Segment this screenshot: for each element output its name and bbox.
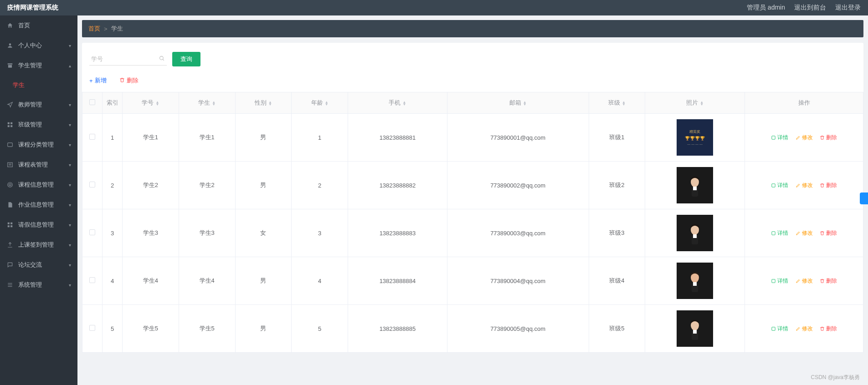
th-1: 索引 [103,92,123,114]
message-icon [6,141,14,148]
sidebar-item-4[interactable]: 班级管理▾ [0,115,77,135]
th-2[interactable]: 学号▲▼ [123,92,179,114]
home-icon [6,22,14,29]
target-icon [6,181,14,188]
sort-icon: ▲▼ [212,101,216,106]
row-checkbox[interactable] [89,134,95,140]
add-button[interactable]: + 新增 [89,76,107,85]
edit-button[interactable]: 修改 [796,277,813,285]
row-checkbox[interactable] [89,182,95,187]
chevron-icon: ▾ [69,203,71,208]
logout-button[interactable]: 退出登录 [835,4,861,12]
delete-button[interactable]: 删除 [820,229,837,237]
cell-index: 5 [103,305,123,353]
th-4[interactable]: 性别▲▼ [235,92,292,114]
sidebar-item-3[interactable]: 教师管理▾ [0,95,77,115]
row-checkbox[interactable] [89,277,95,283]
cell-name: 学生1 [179,114,235,162]
th-8[interactable]: 班级▲▼ [589,92,645,114]
cell-sno: 学生2 [123,162,179,209]
sidebar-item-label: 课程信息管理 [18,181,54,189]
svg-rect-4 [10,122,12,124]
cell-sno: 学生4 [123,257,179,305]
th-6[interactable]: 手机▲▼ [348,92,447,114]
user-label[interactable]: 管理员 admin [747,4,785,12]
svg-rect-5 [8,125,10,127]
sort-icon: ▲▼ [622,101,626,106]
view-button[interactable]: 详情 [771,229,788,237]
edit-button[interactable]: 修改 [796,182,813,189]
chat-icon [6,261,14,268]
table-row: 1 学生1 学生1 男 1 13823888881 773890001@qq.c… [82,114,863,162]
app-title: 疫情网课管理系统 [7,4,58,12]
photo-thumbnail [677,310,713,347]
sidebar-item-0[interactable]: 首页 [0,15,77,35]
photo-thumbnail [677,263,713,299]
table-row: 3 学生3 学生3 女 3 13823888883 773890003@qq.c… [82,209,863,257]
sidebar-item-11[interactable]: 论坛交流▾ [0,255,77,275]
query-button[interactable]: 查询 [172,52,200,66]
sidebar-item-label: 首页 [18,21,30,30]
view-button[interactable]: 详情 [771,134,788,142]
sidebar-item-1[interactable]: 个人中心▾ [0,35,77,56]
cell-email: 773890002@qq.com [447,162,589,209]
svg-rect-3 [8,122,10,124]
list-icon [6,161,14,168]
svg-rect-37 [772,279,775,282]
photo-thumbnail [677,215,713,251]
sidebar-item-label: 作业信息管理 [18,201,54,209]
sidebar-item-5[interactable]: 课程分类管理▾ [0,135,77,155]
chevron-icon: ▾ [69,122,71,127]
sidebar-item-10[interactable]: 上课签到管理▾ [0,235,77,255]
svg-rect-31 [693,234,697,238]
header-bar: 疫情网课管理系统 管理员 admin 退出到前台 退出登录 [0,0,868,15]
th-9[interactable]: 照片▲▼ [645,92,745,114]
side-tab-handle[interactable] [860,192,868,204]
goto-front-button[interactable]: 退出到前台 [794,4,826,12]
view-button[interactable]: 详情 [771,277,788,285]
row-checkbox[interactable] [89,229,95,235]
sidebar-item-12[interactable]: 系统管理▾ [0,275,77,295]
edit-button[interactable]: 修改 [796,325,813,333]
cell-phone: 13823888884 [348,257,447,305]
delete-button[interactable]: 删除 [820,182,837,189]
svg-point-20 [160,56,164,60]
search-input-student-id[interactable] [89,53,167,65]
sidebar-item-6[interactable]: 课程表管理▾ [0,155,77,175]
batch-delete-button[interactable]: 删除 [119,76,139,85]
delete-button[interactable]: 删除 [820,277,837,285]
edit-button[interactable]: 修改 [796,134,813,142]
svg-rect-6 [10,125,12,127]
breadcrumb-home[interactable]: 首页 [88,25,100,33]
search-bar: 查询 [82,43,863,72]
chevron-icon: ▾ [69,142,71,147]
th-3[interactable]: 学生▲▼ [179,92,235,114]
sidebar-item-8[interactable]: 作业信息管理▾ [0,195,77,215]
row-checkbox[interactable] [89,325,95,331]
cell-age: 4 [292,257,348,305]
edit-button[interactable]: 修改 [796,229,813,237]
delete-button[interactable]: 删除 [820,134,837,142]
svg-rect-7 [8,143,13,147]
cell-class: 班级4 [589,257,645,305]
svg-rect-42 [772,327,775,330]
delete-button[interactable]: 删除 [820,325,837,333]
chevron-icon: ▾ [69,102,71,107]
sidebar-item-9[interactable]: 请假信息管理▾ [0,215,77,235]
select-all-checkbox[interactable] [89,99,95,105]
sidebar-sub-student[interactable]: 学生 [0,76,77,95]
sidebar-item-7[interactable]: 课程信息管理▾ [0,175,77,195]
sidebar-item-label: 教师管理 [18,101,42,109]
cell-gender: 男 [235,257,292,305]
chevron-icon: ▾ [69,263,71,268]
cell-index: 3 [103,209,123,257]
view-button[interactable]: 详情 [771,325,788,333]
sidebar-item-2[interactable]: 学生管理▴ [0,56,77,76]
sort-icon: ▲▼ [325,101,329,106]
chevron-icon: ▾ [69,162,71,167]
view-button[interactable]: 详情 [771,182,788,189]
sidebar-item-label: 系统管理 [18,281,42,289]
th-7[interactable]: 邮箱▲▼ [447,92,589,114]
th-5[interactable]: 年龄▲▼ [292,92,348,114]
cell-age: 1 [292,114,348,162]
